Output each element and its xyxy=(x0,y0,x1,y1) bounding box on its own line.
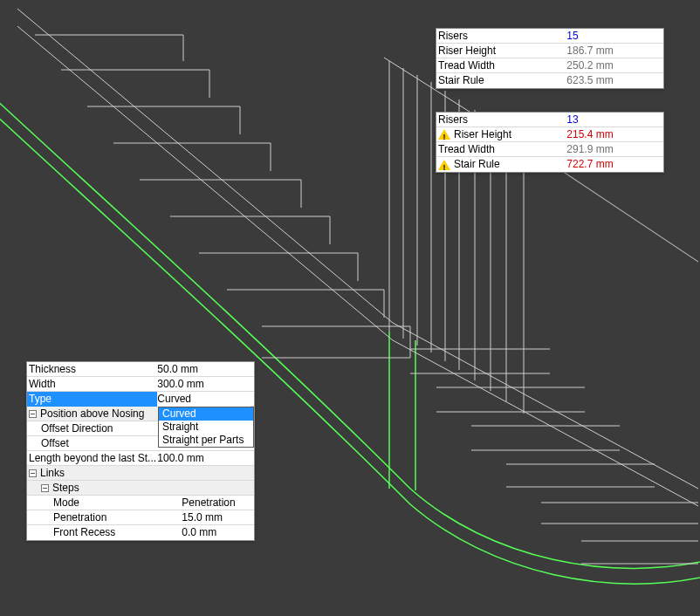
links-header[interactable]: Links xyxy=(27,466,254,481)
tread-width-label: Tread Width xyxy=(438,142,566,157)
offset-direction-label: Offset Direction xyxy=(29,421,169,436)
width-label: Width xyxy=(29,377,157,392)
thickness-label: Thickness xyxy=(29,362,157,377)
risers-row: Risers 13 xyxy=(436,113,663,127)
stair-rule-value: 623.5 mm xyxy=(566,73,660,88)
warning-icon xyxy=(438,160,450,170)
length-beyond-last-label: Length beyond the last St... xyxy=(29,451,157,466)
position-above-nosing-label: Position above Nosing xyxy=(40,407,144,421)
collapse-icon[interactable] xyxy=(41,484,49,492)
mode-label: Mode xyxy=(29,496,182,510)
width-row[interactable]: Width 300.0 mm xyxy=(27,377,254,392)
riser-height-row: Riser Height 186.7 mm xyxy=(436,44,663,58)
riser-height-value: 215.4 mm xyxy=(566,127,660,142)
risers-value: 15 xyxy=(566,29,660,44)
stair-info-panel-2: Risers 13 Riser Height 215.4 mm Tread Wi… xyxy=(436,112,664,173)
tread-width-row: Tread Width 291.9 mm xyxy=(436,142,663,157)
front-recess-row[interactable]: Front Recess 0.0 mm xyxy=(27,525,254,540)
dropdown-option-curved[interactable]: Curved xyxy=(159,407,253,421)
type-value: Curved xyxy=(157,392,250,407)
risers-label: Risers xyxy=(438,29,566,44)
penetration-label: Penetration xyxy=(29,510,182,525)
collapse-icon[interactable] xyxy=(29,410,37,418)
links-label: Links xyxy=(40,466,65,481)
risers-label: Risers xyxy=(438,113,566,127)
dropdown-option-straight[interactable]: Straight xyxy=(159,421,253,434)
penetration-value: 15.0 mm xyxy=(182,510,250,525)
length-beyond-last-row[interactable]: Length beyond the last St... 100.0 mm xyxy=(27,451,254,466)
stair-rule-row: Stair Rule 722.7 mm xyxy=(436,157,663,172)
tread-width-label: Tread Width xyxy=(438,58,566,73)
type-dropdown[interactable]: Curved Straight Straight per Parts xyxy=(158,407,254,448)
riser-height-value: 186.7 mm xyxy=(566,44,660,58)
riser-height-row: Riser Height 215.4 mm xyxy=(436,127,663,142)
risers-row: Risers 15 xyxy=(436,29,663,44)
tread-width-row: Tread Width 250.2 mm xyxy=(436,58,663,73)
riser-height-label: Riser Height xyxy=(438,44,566,58)
mode-value: Penetration xyxy=(182,496,250,510)
riser-height-label: Riser Height xyxy=(438,127,566,142)
offset-label: Offset xyxy=(29,436,169,451)
tread-width-value: 291.9 mm xyxy=(566,142,660,157)
stringer-properties-panel: Thickness 50.0 mm Width 300.0 mm Type Cu… xyxy=(26,361,255,541)
dropdown-option-straight-per-parts[interactable]: Straight per Parts xyxy=(159,434,253,447)
type-row[interactable]: Type Curved xyxy=(27,392,254,407)
width-value: 300.0 mm xyxy=(157,377,250,392)
front-recess-label: Front Recess xyxy=(29,525,182,540)
type-label: Type xyxy=(27,392,157,407)
stair-rule-row: Stair Rule 623.5 mm xyxy=(436,73,663,88)
length-beyond-last-value: 100.0 mm xyxy=(157,451,250,466)
risers-value: 13 xyxy=(566,113,660,127)
collapse-icon[interactable] xyxy=(29,469,37,477)
front-recess-value: 0.0 mm xyxy=(182,525,250,540)
penetration-row[interactable]: Penetration 15.0 mm xyxy=(27,510,254,525)
steps-header[interactable]: Steps xyxy=(27,481,254,496)
mode-row[interactable]: Mode Penetration xyxy=(27,496,254,510)
thickness-value: 50.0 mm xyxy=(157,362,250,377)
stair-rule-label: Stair Rule xyxy=(438,73,566,88)
stair-rule-label: Stair Rule xyxy=(438,157,566,172)
warning-icon xyxy=(438,129,450,140)
tread-width-value: 250.2 mm xyxy=(566,58,660,73)
stair-info-panel-1: Risers 15 Riser Height 186.7 mm Tread Wi… xyxy=(436,28,664,89)
steps-label: Steps xyxy=(52,481,79,496)
thickness-row[interactable]: Thickness 50.0 mm xyxy=(27,362,254,377)
stair-rule-value: 722.7 mm xyxy=(566,157,660,172)
